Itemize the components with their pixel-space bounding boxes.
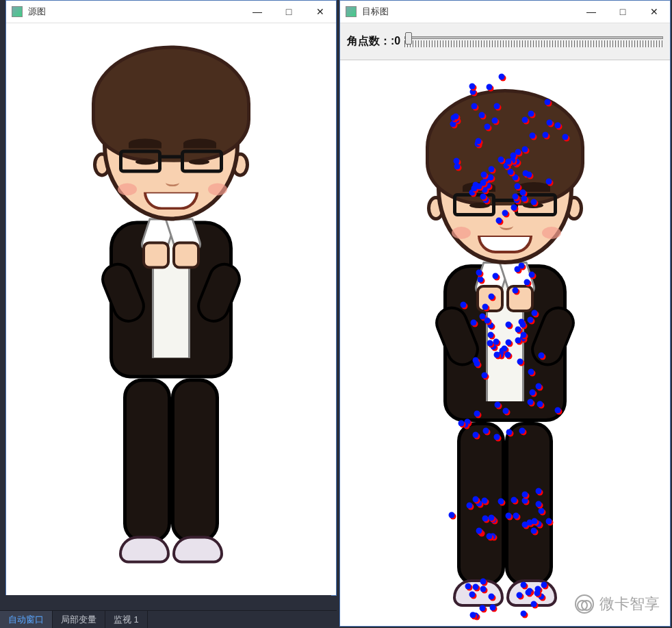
corner-point-blue xyxy=(449,512,455,518)
corner-point-blue xyxy=(497,157,504,163)
corner-point-blue xyxy=(480,171,487,177)
corner-point-blue xyxy=(488,294,494,300)
source-footer-strip xyxy=(5,595,331,610)
corner-point-blue xyxy=(530,389,536,395)
corner-point-blue xyxy=(493,434,500,440)
app-icon xyxy=(346,6,357,17)
corner-point-blue xyxy=(489,514,495,520)
corner-point-blue xyxy=(474,411,480,417)
corner-point-blue xyxy=(539,353,545,359)
corner-point-blue xyxy=(480,180,487,186)
source-canvas xyxy=(6,23,336,595)
target-canvas xyxy=(340,60,670,626)
corner-point-blue xyxy=(498,74,504,80)
corner-point-blue xyxy=(536,488,542,494)
corner-point-blue xyxy=(476,269,482,275)
corner-point-blue xyxy=(489,166,495,173)
corner-point-blue xyxy=(469,84,475,90)
corner-point-blue xyxy=(554,407,560,414)
corner-point-blue xyxy=(511,497,517,503)
corner-point-blue xyxy=(465,583,471,590)
maximize-button[interactable]: □ xyxy=(607,1,638,23)
corner-count-slider[interactable] xyxy=(404,36,663,47)
corner-point-blue xyxy=(521,492,528,498)
corner-point-blue xyxy=(469,592,476,598)
corner-point-blue xyxy=(521,611,527,617)
corner-point-blue xyxy=(486,84,492,90)
corner-point-blue xyxy=(512,287,518,293)
corner-point-blue xyxy=(537,401,543,407)
close-button[interactable]: ✕ xyxy=(638,1,670,23)
corner-point-blue xyxy=(517,359,524,365)
corner-point-blue xyxy=(480,578,486,584)
corner-point-blue xyxy=(484,318,490,324)
corner-point-blue xyxy=(522,147,528,153)
corner-point-blue xyxy=(473,431,479,438)
corner-point-blue xyxy=(511,204,517,210)
corner-point-blue xyxy=(532,310,538,316)
corner-point-blue xyxy=(506,340,512,346)
corner-point-blue xyxy=(454,164,460,170)
corner-point-blue xyxy=(460,302,466,308)
corner-point-blue xyxy=(506,429,513,435)
source-window: 源图 — □ ✕ xyxy=(5,0,337,596)
corner-point-blue xyxy=(555,123,561,129)
tab-local-vars[interactable]: 局部变量 xyxy=(53,611,105,628)
minimize-button[interactable]: — xyxy=(576,1,607,23)
corner-point-blue xyxy=(473,496,479,502)
corner-point-blue xyxy=(496,218,502,224)
corner-point-blue xyxy=(520,189,526,195)
corner-point-blue xyxy=(528,399,534,405)
corner-point-blue xyxy=(505,321,511,327)
corner-point-blue xyxy=(505,159,511,165)
corner-point-blue xyxy=(534,590,540,596)
slider-thumb[interactable] xyxy=(405,32,412,45)
close-button[interactable]: ✕ xyxy=(305,1,336,23)
corner-point-blue xyxy=(546,120,552,126)
corner-point-blue xyxy=(493,103,500,110)
source-titlebar[interactable]: 源图 — □ ✕ xyxy=(6,1,336,23)
maximize-button[interactable]: □ xyxy=(273,1,305,23)
corner-point-blue xyxy=(505,513,511,519)
corner-point-blue xyxy=(471,103,477,109)
tab-watch-1[interactable]: 监视 1 xyxy=(105,611,148,628)
corner-point-blue xyxy=(514,183,520,189)
corner-point-blue xyxy=(480,605,486,612)
corner-point-blue xyxy=(519,428,526,434)
corner-point-blue xyxy=(480,194,486,200)
corner-point-blue xyxy=(466,503,472,509)
corner-point-blue xyxy=(497,498,504,504)
corner-point-blue xyxy=(520,332,526,338)
corner-point-blue xyxy=(488,331,494,338)
corner-count-panel: 角点数：:0 xyxy=(340,23,670,60)
corner-point-blue xyxy=(535,501,541,507)
corner-point-blue xyxy=(521,582,527,588)
corner-point-blue xyxy=(492,118,498,124)
corner-point-blue xyxy=(482,515,488,521)
target-titlebar[interactable]: 目标图 — □ ✕ xyxy=(340,1,670,23)
corner-point-blue xyxy=(545,99,551,105)
corner-point-blue xyxy=(531,601,537,607)
minimize-button[interactable]: — xyxy=(242,1,273,23)
slider-label: 角点数：: xyxy=(347,35,394,47)
corner-point-blue xyxy=(516,592,522,599)
corner-point-blue xyxy=(562,134,568,140)
corner-point-blue xyxy=(494,351,500,357)
corner-point-blue xyxy=(524,279,530,285)
corner-point-blue xyxy=(531,528,537,534)
corner-point-blue xyxy=(469,612,476,618)
corner-point-blue xyxy=(526,171,532,177)
corner-point-blue xyxy=(470,319,476,325)
corner-point-blue xyxy=(542,132,548,138)
corner-point-blue xyxy=(528,110,534,116)
corner-point-blue xyxy=(482,303,488,310)
corner-point-blue xyxy=(484,124,490,130)
corner-point-blue xyxy=(476,528,482,534)
corner-point-blue xyxy=(535,384,541,390)
tab-auto-window[interactable]: 自动窗口 xyxy=(0,611,53,628)
corner-point-blue xyxy=(521,196,527,202)
corner-point-blue xyxy=(487,340,493,347)
corner-point-blue xyxy=(503,407,509,414)
slider-ticks xyxy=(404,40,663,47)
corner-point-blue xyxy=(546,178,552,184)
